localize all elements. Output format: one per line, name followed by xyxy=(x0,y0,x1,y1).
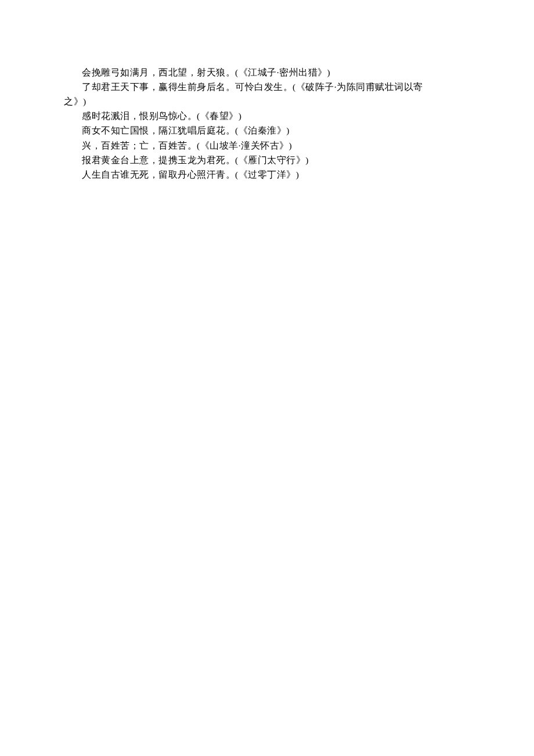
poetry-line: 了却君王天下事，赢得生前身后名。可怜白发生。(《破阵子·为陈同甫赋壮词以寄 xyxy=(64,80,470,94)
poetry-line: 兴，百姓苦；亡，百姓苦。(《山坡羊·潼关怀古》) xyxy=(64,138,470,153)
poetry-line: 感时花溅泪，恨别鸟惊心。(《春望》) xyxy=(64,109,470,123)
document-page: 会挽雕弓如满月，西北望，射天狼。(《江城子·密州出猎》) 了却君王天下事，赢得生… xyxy=(0,0,534,756)
poetry-line: 会挽雕弓如满月，西北望，射天狼。(《江城子·密州出猎》) xyxy=(64,65,470,80)
poetry-line: 商女不知亡国恨，隔江犹唱后庭花。(《泊秦淮》) xyxy=(64,123,470,138)
poetry-line-continuation: 之》) xyxy=(64,94,470,109)
poetry-line: 报君黄金台上意，提携玉龙为君死。(《雁门太守行》) xyxy=(64,153,470,167)
poetry-line: 人生自古谁无死，留取丹心照汗青。(《过零丁洋》) xyxy=(64,167,470,182)
text-content: 会挽雕弓如满月，西北望，射天狼。(《江城子·密州出猎》) 了却君王天下事，赢得生… xyxy=(64,65,470,182)
